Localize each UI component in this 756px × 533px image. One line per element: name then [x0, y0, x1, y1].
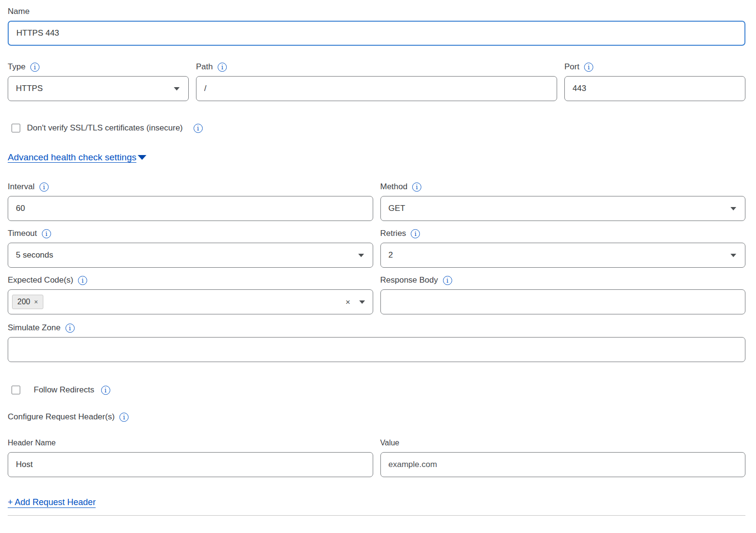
- interval-info-icon[interactable]: i: [39, 182, 49, 192]
- header-value-input[interactable]: [380, 452, 746, 477]
- interval-label-row: Interval i: [8, 182, 49, 192]
- name-label-row: Name: [8, 7, 29, 16]
- timeout-label-row: Timeout i: [8, 229, 51, 238]
- type-label: Type: [8, 62, 26, 72]
- method-label: Method: [380, 182, 408, 192]
- expected-code-tag: 200 ×: [12, 295, 43, 309]
- retries-label-row: Retries i: [380, 229, 420, 238]
- port-label-row: Port i: [564, 62, 593, 72]
- name-input[interactable]: [8, 21, 745, 46]
- health-check-form: Name Type i HTTPS Path i Port i: [0, 0, 756, 516]
- path-label: Path: [196, 62, 213, 72]
- simulate-zone-label: Simulate Zone: [8, 323, 61, 333]
- method-label-row: Method i: [380, 182, 422, 192]
- expected-codes-label-row: Expected Code(s) i: [8, 275, 87, 285]
- simulate-zone-info-icon[interactable]: i: [65, 324, 75, 333]
- header-name-input[interactable]: [8, 452, 373, 477]
- clear-all-icon[interactable]: ×: [346, 298, 351, 306]
- follow-redirects-checkbox[interactable]: [12, 386, 20, 394]
- response-body-input[interactable]: [380, 289, 746, 314]
- follow-redirects-info-icon[interactable]: i: [101, 386, 110, 395]
- chevron-down-icon: [730, 207, 736, 210]
- ssl-verify-label: Don't verify SSL/TLS certificates (insec…: [27, 123, 183, 133]
- timeout-select[interactable]: 5 seconds: [8, 243, 373, 268]
- follow-redirects-label: Follow Redirects: [34, 385, 94, 395]
- response-body-label-row: Response Body i: [380, 275, 452, 285]
- interval-label: Interval: [8, 182, 35, 192]
- type-label-row: Type i: [8, 62, 39, 72]
- port-input[interactable]: [564, 76, 745, 101]
- request-headers-section-label: Configure Request Header(s): [8, 412, 115, 422]
- expected-code-tag-text: 200: [17, 298, 30, 306]
- port-info-icon[interactable]: i: [584, 63, 593, 72]
- header-value-col-label: Value: [380, 439, 746, 447]
- chevron-down-icon: [730, 254, 736, 257]
- request-header-row: Header Name Value: [8, 439, 745, 477]
- expected-codes-label: Expected Code(s): [8, 275, 73, 285]
- header-name-col-label: Header Name: [8, 439, 373, 447]
- response-body-label: Response Body: [380, 275, 438, 285]
- chevron-down-icon: [174, 87, 180, 91]
- retries-select-value: 2: [389, 250, 393, 260]
- retries-label: Retries: [380, 229, 406, 238]
- name-label: Name: [8, 7, 29, 16]
- timeout-label: Timeout: [8, 229, 37, 238]
- expected-codes-multiselect[interactable]: 200 × ×: [8, 289, 373, 314]
- path-input[interactable]: [196, 76, 557, 101]
- method-select-value: GET: [389, 204, 405, 213]
- type-select[interactable]: HTTPS: [8, 76, 189, 101]
- response-body-info-icon[interactable]: i: [443, 276, 452, 285]
- chevron-down-icon: [358, 254, 364, 257]
- ssl-verify-checkbox[interactable]: [12, 124, 20, 132]
- type-select-value: HTTPS: [16, 84, 43, 93]
- simulate-zone-label-row: Simulate Zone i: [8, 323, 75, 333]
- advanced-settings-link[interactable]: Advanced health check settings: [8, 152, 136, 162]
- expected-codes-info-icon[interactable]: i: [78, 276, 87, 285]
- method-info-icon[interactable]: i: [412, 182, 421, 192]
- remove-tag-icon[interactable]: ×: [34, 298, 38, 306]
- interval-input[interactable]: [8, 196, 373, 221]
- ssl-verify-info-icon[interactable]: i: [194, 124, 203, 133]
- path-info-icon[interactable]: i: [218, 63, 227, 72]
- timeout-info-icon[interactable]: i: [42, 229, 51, 238]
- timeout-select-value: 5 seconds: [16, 250, 53, 260]
- method-select[interactable]: GET: [380, 196, 746, 221]
- path-label-row: Path i: [196, 62, 227, 72]
- type-info-icon[interactable]: i: [30, 63, 39, 72]
- chevron-down-icon: [138, 155, 146, 160]
- retries-select[interactable]: 2: [380, 243, 746, 268]
- port-label: Port: [564, 62, 579, 72]
- retries-info-icon[interactable]: i: [411, 229, 420, 238]
- chevron-down-icon[interactable]: [359, 300, 365, 304]
- section-divider: [8, 515, 745, 516]
- request-headers-section-row: Configure Request Header(s) i: [8, 412, 129, 422]
- request-headers-info-icon[interactable]: i: [119, 413, 129, 422]
- add-request-header-link[interactable]: + Add Request Header: [8, 497, 96, 507]
- simulate-zone-input[interactable]: [8, 337, 745, 362]
